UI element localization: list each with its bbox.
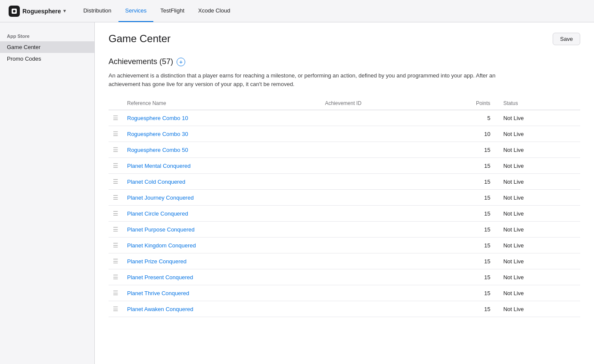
col-points: Points (436, 97, 494, 110)
page-layout: App Store Game Center Promo Codes Game C… (0, 22, 594, 364)
achievement-name-link[interactable]: Planet Mental Conquered (127, 163, 190, 169)
achievement-status-cell: Not Live (494, 174, 580, 190)
app-name-label: Roguesphere (22, 8, 61, 15)
table-row: ☰ Planet Thrive Conquered 15 Not Live (109, 285, 580, 301)
achievement-name-link[interactable]: Planet Thrive Conquered (127, 290, 189, 296)
nav-distribution[interactable]: Distribution (76, 0, 118, 22)
drag-handle-icon[interactable]: ☰ (113, 290, 118, 296)
drag-handle-icon[interactable]: ☰ (113, 178, 118, 185)
achievements-title: Achievements (57) (109, 57, 173, 66)
achievement-id-cell (320, 142, 436, 158)
table-row: ☰ Planet Cold Conquered 15 Not Live (109, 174, 580, 190)
achievement-status-cell: Not Live (494, 285, 580, 301)
sidebar-item-promo-codes[interactable]: Promo Codes (0, 53, 94, 65)
achievement-id-cell (320, 110, 436, 126)
drag-handle-icon[interactable]: ☰ (113, 274, 118, 281)
drag-handle-icon[interactable]: ☰ (113, 194, 118, 201)
achievement-points-cell: 15 (436, 269, 494, 285)
drag-handle-icon[interactable]: ☰ (113, 258, 118, 265)
achievement-name-link[interactable]: Roguesphere Combo 30 (127, 131, 188, 137)
svg-point-1 (13, 10, 16, 12)
col-drag (109, 97, 123, 110)
achievement-id-cell (320, 301, 436, 317)
achievement-points-cell: 15 (436, 190, 494, 206)
sidebar-section-label: App Store (0, 31, 94, 41)
achievement-name-link[interactable]: Planet Awaken Conquered (127, 306, 193, 312)
table-row: ☰ Roguesphere Combo 10 5 Not Live (109, 110, 580, 126)
page-title: Game Center (109, 33, 171, 45)
achievement-name-link[interactable]: Planet Journey Conquered (127, 194, 194, 201)
top-navigation: Roguesphere ▾ Distribution Services Test… (0, 0, 594, 22)
achievement-name-link[interactable]: Planet Purpose Conquered (127, 226, 195, 233)
nav-services[interactable]: Services (118, 0, 154, 22)
drag-handle-icon[interactable]: ☰ (113, 305, 118, 312)
drag-handle-icon[interactable]: ☰ (113, 162, 118, 169)
achievement-id-cell (320, 253, 436, 269)
drag-handle-icon[interactable]: ☰ (113, 130, 118, 137)
achievement-status-cell: Not Live (494, 126, 580, 142)
achievement-points-cell: 15 (436, 158, 494, 174)
achievement-status-cell: Not Live (494, 301, 580, 317)
achievement-points-cell: 15 (436, 301, 494, 317)
achievement-id-cell (320, 285, 436, 301)
achievement-points-cell: 15 (436, 285, 494, 301)
table-row: ☰ Roguesphere Combo 50 15 Not Live (109, 142, 580, 158)
achievement-points-cell: 15 (436, 174, 494, 190)
table-row: ☰ Planet Present Conquered 15 Not Live (109, 269, 580, 285)
drag-handle-icon[interactable]: ☰ (113, 242, 118, 249)
achievement-points-cell: 15 (436, 238, 494, 253)
achievement-name-link[interactable]: Planet Present Conquered (127, 274, 193, 281)
table-row: ☰ Planet Circle Conquered 15 Not Live (109, 206, 580, 222)
nav-links: Distribution Services TestFlight Xcode C… (76, 0, 237, 22)
achievement-status-cell: Not Live (494, 206, 580, 222)
achievement-name-link[interactable]: Roguesphere Combo 50 (127, 147, 188, 153)
col-reference-name: Reference Name (123, 97, 320, 110)
nav-testflight[interactable]: TestFlight (153, 0, 191, 22)
add-achievement-button[interactable]: + (177, 58, 185, 66)
table-row: ☰ Planet Purpose Conquered 15 Not Live (109, 222, 580, 238)
table-row: ☰ Planet Kingdom Conquered 15 Not Live (109, 238, 580, 253)
drag-handle-icon[interactable]: ☰ (113, 146, 118, 153)
table-row: ☰ Planet Awaken Conquered 15 Not Live (109, 301, 580, 317)
achievement-name-link[interactable]: Planet Cold Conquered (127, 179, 185, 185)
drag-handle-icon[interactable]: ☰ (113, 114, 118, 121)
sidebar: App Store Game Center Promo Codes (0, 22, 95, 364)
achievement-points-cell: 15 (436, 206, 494, 222)
table-row: ☰ Planet Mental Conquered 15 Not Live (109, 158, 580, 174)
achievement-points-cell: 10 (436, 126, 494, 142)
achievement-id-cell (320, 190, 436, 206)
col-achievement-id: Achievement ID (320, 97, 436, 110)
achievement-status-cell: Not Live (494, 190, 580, 206)
nav-xcode-cloud[interactable]: Xcode Cloud (191, 0, 237, 22)
achievement-id-cell (320, 126, 436, 142)
achievement-id-cell (320, 206, 436, 222)
achievements-description: An achievement is a distinction that a p… (109, 71, 496, 88)
drag-handle-icon[interactable]: ☰ (113, 226, 118, 233)
app-logo[interactable]: Roguesphere ▾ (9, 6, 66, 17)
table-row: ☰ Roguesphere Combo 30 10 Not Live (109, 126, 580, 142)
achievement-points-cell: 5 (436, 110, 494, 126)
main-content: Game Center Save Achievements (57) + An … (95, 22, 594, 364)
achievements-table: Reference Name Achievement ID Points Sta… (109, 97, 580, 317)
achievement-points-cell: 15 (436, 142, 494, 158)
achievement-status-cell: Not Live (494, 269, 580, 285)
page-header: Game Center Save (109, 33, 580, 45)
achievement-name-link[interactable]: Planet Circle Conquered (127, 210, 188, 217)
save-button[interactable]: Save (553, 33, 580, 45)
achievement-status-cell: Not Live (494, 222, 580, 238)
achievement-name-link[interactable]: Planet Prize Conquered (127, 258, 187, 265)
achievement-name-link[interactable]: Planet Kingdom Conquered (127, 242, 196, 249)
drag-handle-icon[interactable]: ☰ (113, 210, 118, 217)
table-row: ☰ Planet Prize Conquered 15 Not Live (109, 253, 580, 269)
app-logo-chevron: ▾ (63, 8, 66, 14)
app-logo-icon (9, 6, 20, 17)
achievement-name-link[interactable]: Roguesphere Combo 10 (127, 115, 188, 121)
achievement-points-cell: 15 (436, 253, 494, 269)
section-header: Achievements (57) + (109, 57, 580, 66)
achievement-id-cell (320, 174, 436, 190)
achievement-status-cell: Not Live (494, 253, 580, 269)
achievement-id-cell (320, 222, 436, 238)
table-row: ☰ Planet Journey Conquered 15 Not Live (109, 190, 580, 206)
sidebar-item-game-center[interactable]: Game Center (0, 41, 94, 53)
achievement-status-cell: Not Live (494, 238, 580, 253)
